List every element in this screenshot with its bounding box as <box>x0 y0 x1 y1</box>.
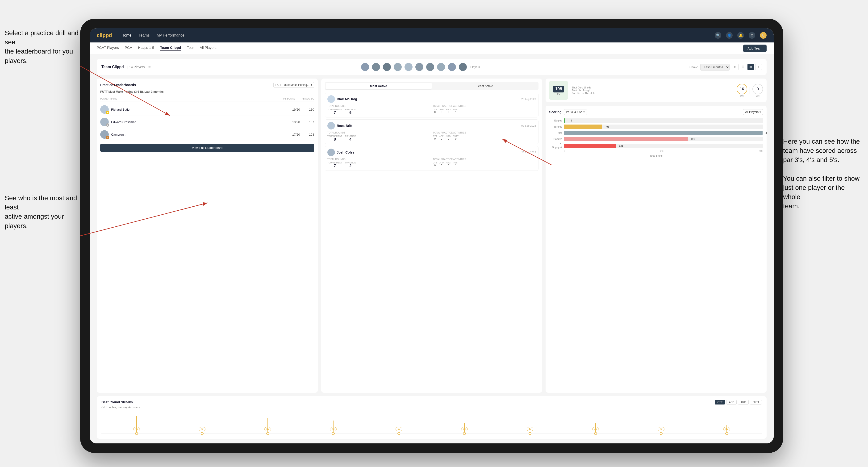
show-select[interactable]: Last 3 months Last month Last 6 months <box>700 64 730 70</box>
stats-row-1: Total Rounds Tournament 7 Practice 6 <box>328 105 536 115</box>
grid-view-icon[interactable]: ⊞ <box>732 64 739 70</box>
badge-gold: ★ <box>106 111 109 114</box>
avatar-icon[interactable]: U <box>760 32 767 39</box>
chart-view-icon[interactable]: ↕ <box>755 64 762 70</box>
streak-line-0 <box>136 416 137 434</box>
sub-nav-hcaps[interactable]: Hcaps 1-5 <box>138 45 154 51</box>
player-avatar-richard: ★ <box>100 105 109 114</box>
edit-icon[interactable]: ✏ <box>148 65 151 69</box>
shot-circles: 16 yds 0 yds <box>737 84 763 97</box>
nav-link-home[interactable]: Home <box>121 33 132 37</box>
sub-nav-team-clippd[interactable]: Team Clippd <box>160 45 181 51</box>
streak-dot-0 <box>135 432 138 435</box>
streak-subtitle: Off The Tee, Fairway Accuracy <box>101 406 762 409</box>
player-card-header-2: Rees Britt 02 Sep 2023 <box>328 122 536 129</box>
end-lie: End Lie: In The Hole <box>571 92 733 95</box>
streak-tab-putt[interactable]: PUTT <box>750 400 762 404</box>
total-rounds-label-1: Total Rounds <box>328 105 431 107</box>
player-card-name-1: Blair McHarg <box>337 97 520 101</box>
streak-point-1: 6x <box>169 427 235 435</box>
sub-nav-tour[interactable]: Tour <box>187 45 194 51</box>
player-score-edward: 18/20 <box>286 120 300 124</box>
scoring-header: Scoring Par 3, 4 & 5s ▾ All Players ▾ <box>549 109 763 115</box>
player-card-name-2: Rees Britt <box>337 124 519 128</box>
player-card-name-3: Josh Coles <box>337 151 520 154</box>
total-rounds-section-1: Total Rounds Tournament 7 Practice 6 <box>328 105 431 115</box>
scoring-player-filter[interactable]: All Players ▾ <box>743 109 763 115</box>
start-lie: Start Lie: Rough <box>571 89 733 92</box>
bar-fill: 311 <box>564 137 688 141</box>
streak-tab-app[interactable]: APP <box>726 400 737 404</box>
card-view-icon[interactable]: ▦ <box>747 64 754 70</box>
bar-value: 131 <box>619 144 623 147</box>
player-avatar-edward: 2 <box>100 118 109 126</box>
player-card-avatar-1 <box>328 95 335 103</box>
leaderboard-header: PLAYER NAME PB SCORE PB AVG SQ <box>100 96 314 101</box>
sub-nav-pga[interactable]: PGA <box>125 45 132 51</box>
total-rounds-section-2: Total Rounds Tournament 8 Practice 4 <box>328 131 431 142</box>
panels-grid: Practice Leaderboards PUTT Must Make Put… <box>97 79 767 393</box>
bar-track: 131 <box>564 144 763 148</box>
tablet-frame: clippd Home Teams My Performance 🔍 👤 🔔 ⚙… <box>80 19 783 453</box>
bar-track: 3 <box>564 118 763 123</box>
shot-card-panel: 198 SQ Shot Dist: 16 yds Start Lie: Roug… <box>546 79 767 102</box>
streak-tab-ott[interactable]: OTT <box>715 400 725 404</box>
nav-link-teams[interactable]: Teams <box>138 33 150 37</box>
practice-activities-label-1: Total Practice Activities <box>433 105 536 107</box>
bar-label: Eagles <box>549 119 562 122</box>
bar-track: 96 <box>564 125 763 129</box>
streak-line-3 <box>333 421 334 434</box>
circle-1-value: 16 <box>737 84 747 94</box>
nav-icons: 🔍 👤 🔔 ⚙ U <box>715 32 767 39</box>
main-content: Team Clippd | 14 Players ✏ Players <box>90 54 774 443</box>
person-icon[interactable]: 👤 <box>726 32 733 39</box>
avatar-8 <box>437 63 445 71</box>
bar-row-birdies: Birdies 96 <box>549 125 763 129</box>
streak-dot-6 <box>529 432 531 435</box>
settings-icon[interactable]: ⚙ <box>749 32 755 39</box>
streak-point-6: 4x <box>497 427 563 435</box>
practice-activities-section-3: Total Practice Activities OTT0 APP0 ARG0… <box>433 158 536 168</box>
streak-dot-4 <box>398 432 400 435</box>
scoring-panel: Scoring Par 3, 4 & 5s ▾ All Players ▾ <box>546 106 767 393</box>
tab-least-active[interactable]: Least Active <box>432 83 538 89</box>
circle-divider <box>750 87 750 94</box>
scoring-par-filter[interactable]: Par 3, 4 & 5s ▾ <box>564 109 587 115</box>
shot-visual: 198 SQ <box>549 81 568 100</box>
streak-tab-arg[interactable]: ARG <box>738 400 749 404</box>
streak-line-2 <box>268 418 268 434</box>
streak-dot-3 <box>332 432 335 435</box>
leaderboard-dropdown[interactable]: PUTT Must Make Putting... ▾ <box>273 82 314 88</box>
search-icon[interactable]: 🔍 <box>715 32 721 39</box>
nav-link-performance[interactable]: My Performance <box>157 33 184 37</box>
total-rounds-section-3: Total Rounds Tournament 7 Practice 2 <box>328 158 431 168</box>
annotation-top-left: Select a practice drill and see the lead… <box>5 28 80 65</box>
avatar-1 <box>361 63 370 71</box>
avatar-7 <box>426 63 435 71</box>
player-card-1: Blair McHarg 26 Aug 2023 Total Rounds To… <box>325 93 539 118</box>
player-score-cameron: 17/20 <box>286 133 300 136</box>
right-column: 198 SQ Shot Dist: 16 yds Start Lie: Roug… <box>546 79 767 393</box>
streak-point-8: 3x <box>628 427 694 435</box>
bar-track: 499 <box>564 131 763 135</box>
streak-dot-2 <box>266 432 269 435</box>
player-avatar-cameron: 3 <box>100 130 109 139</box>
show-label: Show: <box>689 65 698 69</box>
streak-dot-8 <box>660 432 662 435</box>
sub-nav-all-players[interactable]: All Players <box>200 45 217 51</box>
practice-activities-section-1: Total Practice Activities OTT 0 APP 0 <box>433 105 536 115</box>
streak-point-9: 3x <box>694 427 760 435</box>
streak-chart: 7x 6x 6x 5x 5x 4x 4x 4x 3x 3x <box>101 411 762 435</box>
tab-most-active[interactable]: Most Active <box>326 83 432 89</box>
avatar-3 <box>382 63 391 71</box>
circle-1: 16 yds <box>737 84 747 97</box>
add-team-button[interactable]: Add Team <box>743 44 767 52</box>
avatar-9 <box>447 63 456 71</box>
total-shots-label: Total Shots <box>549 154 763 157</box>
bell-icon[interactable]: 🔔 <box>737 32 744 39</box>
view-leaderboard-button[interactable]: View Full Leaderboard <box>100 144 314 152</box>
sub-nav-pgat[interactable]: PGAT Players <box>97 45 119 51</box>
list-view-icon[interactable]: ☰ <box>740 64 746 70</box>
bar-value: 499 <box>766 131 767 134</box>
bar-fill: 96 <box>564 125 602 129</box>
